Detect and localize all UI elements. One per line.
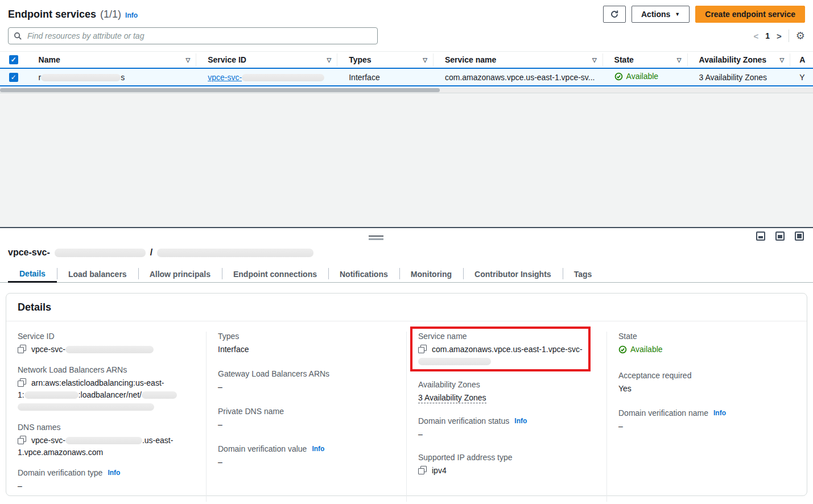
redacted-text [18,403,154,411]
chevron-down-icon: ▼ [675,11,680,17]
field-acceptance-required: Acceptance required Yes [618,371,795,395]
redacted-text [65,437,142,444]
create-endpoint-service-button[interactable]: Create endpoint service [695,6,805,23]
tab-allow-principals[interactable]: Allow principals [138,266,222,282]
tab-contributor-insights[interactable]: Contributor Insights [463,266,563,282]
tab-tags[interactable]: Tags [563,266,604,282]
scrollbar-thumb[interactable] [0,88,440,92]
field-label: Service name [418,332,595,341]
panel-title-separator: / [150,247,152,258]
field-private-dns-name: Private DNS name – [218,407,395,431]
select-all-checkbox[interactable]: ✓ [9,55,18,64]
row-checkbox[interactable]: ✓ [9,73,18,82]
details-heading: Details [6,294,807,321]
page-number[interactable]: 1 [765,31,770,40]
status-available-icon [618,345,627,354]
field-glb-arns: Gateway Load Balancers ARNs – [218,369,395,393]
dns-value-line2: 1.vpce.amazonaws.com [18,447,195,458]
details-column-2: Types Interface Gateway Load Balancers A… [206,332,406,502]
gear-icon[interactable]: ⚙ [796,31,805,41]
next-page-icon[interactable]: > [777,31,782,41]
empty-value: – [218,456,395,468]
previous-page-icon[interactable]: < [754,31,759,41]
availability-zones-link[interactable]: 3 Availability Zones [418,393,486,403]
column-label: Service ID [208,55,246,64]
ip-type-value: ipv4 [432,466,447,475]
filter-icon[interactable]: ▽ [327,57,332,63]
field-label: Domain verification type [18,468,102,477]
column-header-service-name[interactable]: Service name ▽ [434,53,603,66]
copy-icon[interactable] [18,345,26,353]
panel-position-bottom-icon[interactable] [756,232,765,241]
empty-value: – [18,480,195,492]
field-nlb-arns: Network Load Balancers ARNs arn:aws:elas… [18,365,195,413]
panel-position-side-icon[interactable] [775,232,785,241]
table-header-row: ✓ Name ▽ Service ID ▽ Types ▽ Service na… [0,52,813,68]
field-label: Network Load Balancers ARNs [18,365,195,374]
tab-monitoring[interactable]: Monitoring [399,266,463,282]
resource-count: (1/1) [100,9,121,20]
field-label: Supported IP address type [418,453,595,462]
field-service-id: Service ID vpce-svc- [18,332,195,356]
filter-icon[interactable]: ▽ [423,57,427,63]
column-header-name[interactable]: Name ▽ [27,53,197,66]
copy-icon[interactable] [18,436,26,444]
cell-types: Interface [337,73,434,82]
info-link[interactable]: Info [312,445,324,453]
tab-notifications[interactable]: Notifications [328,266,399,282]
copy-icon[interactable] [18,378,26,387]
column-label: A [799,55,805,64]
column-label: Name [39,55,60,64]
info-link[interactable]: Info [514,417,527,425]
redacted-text [418,358,491,365]
table-row[interactable]: ✓ rs vpce-svc- Interface com.amazonaws.v… [0,68,813,86]
cell-acceptance: Y [790,73,813,82]
field-types: Types Interface [218,332,395,356]
copy-icon[interactable] [418,466,427,474]
empty-value: – [418,428,595,440]
filter-icon[interactable]: ▽ [185,57,190,63]
nlb-arn-line2: :loadbalancer/net/ [79,390,142,399]
column-header-acceptance[interactable]: A [790,53,813,66]
search-box[interactable] [8,27,378,44]
filter-icon[interactable]: ▽ [780,57,785,63]
empty-value: – [218,419,395,431]
field-service-name: Service name com.amazonaws.vpce.us-east-… [418,332,595,367]
horizontal-scrollbar[interactable] [0,88,813,93]
cell-state: Available [603,72,688,82]
field-label: State [618,332,795,341]
title-info-link[interactable]: Info [125,11,138,19]
info-link[interactable]: Info [713,409,726,417]
redacted-text [157,249,313,257]
background-area [0,93,813,227]
field-label: Acceptance required [618,371,795,380]
field-label: DNS names [18,423,195,432]
state-label: Available [626,72,659,81]
tab-details[interactable]: Details [8,266,57,283]
pagination: < 1 > ⚙ [754,30,805,42]
column-header-types[interactable]: Types ▽ [337,53,434,66]
column-header-state[interactable]: State ▽ [603,53,688,66]
refresh-button[interactable] [603,6,626,23]
service-id-prefix: vpce-svc- [208,73,242,82]
copy-icon[interactable] [418,345,427,353]
details-card: Details Service ID vpce-svc- Network Loa… [6,293,807,496]
actions-button[interactable]: Actions ▼ [632,6,690,23]
filter-icon[interactable]: ▽ [592,57,597,63]
field-domain-verification-value: Domain verification value Info – [218,444,395,468]
filter-bar: < 1 > ⚙ [0,27,813,44]
column-header-service-id[interactable]: Service ID ▽ [196,53,337,66]
tab-load-balancers[interactable]: Load balancers [57,266,138,282]
field-domain-verification-status: Domain verification status Info – [418,416,595,440]
tab-endpoint-connections[interactable]: Endpoint connections [222,266,328,282]
panel-drag-handle[interactable] [369,236,383,240]
create-endpoint-service-label: Create endpoint service [705,10,795,19]
info-link[interactable]: Info [108,469,120,477]
panel-maximize-icon[interactable] [795,232,804,241]
service-id-link[interactable]: vpce-svc- [208,73,324,82]
availability-zones-link[interactable]: 3 Availability Zones [699,73,767,82]
search-input[interactable] [26,31,372,41]
details-column-4: State Available Acceptance required [606,332,807,502]
filter-icon[interactable]: ▽ [677,57,682,63]
column-header-availability-zones[interactable]: Availability Zones ▽ [688,53,791,66]
